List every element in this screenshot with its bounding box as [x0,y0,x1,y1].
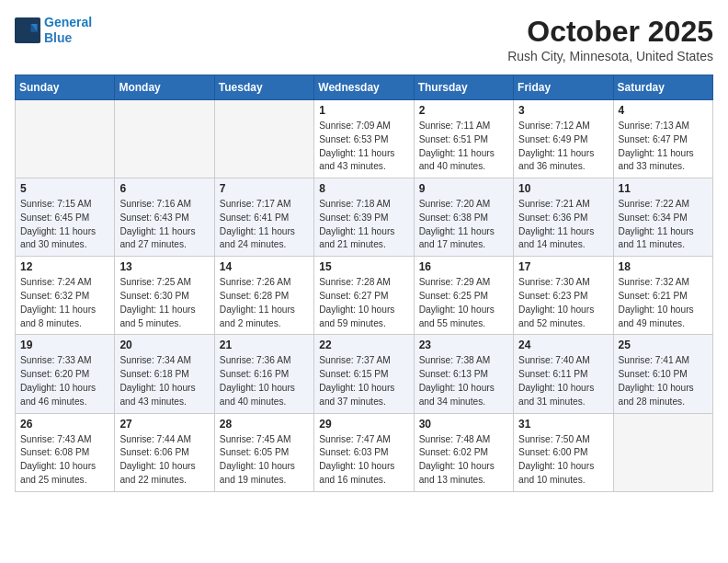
day-number: 3 [518,104,608,117]
location: Rush City, Minnesota, United States [507,49,713,63]
column-header-thursday: Thursday [414,75,513,100]
day-info: Sunrise: 7:24 AMSunset: 6:32 PMDaylight:… [20,276,109,330]
calendar-cell: 12Sunrise: 7:24 AMSunset: 6:32 PMDayligh… [16,257,115,335]
month-title: October 2025 [507,15,713,49]
calendar-cell: 5Sunrise: 7:15 AMSunset: 6:45 PMDaylight… [16,178,115,257]
day-info: Sunrise: 7:30 AMSunset: 6:23 PMDaylight:… [518,276,608,330]
title-block: October 2025 Rush City, Minnesota, Unite… [507,15,713,63]
day-info: Sunrise: 7:45 AMSunset: 6:05 PMDaylight:… [220,433,309,488]
calendar-cell: 2Sunrise: 7:11 AMSunset: 6:51 PMDaylight… [414,100,513,178]
calendar-cell [115,100,214,178]
day-info: Sunrise: 7:12 AMSunset: 6:49 PMDaylight:… [518,120,608,174]
day-info: Sunrise: 7:22 AMSunset: 6:34 PMDaylight:… [619,198,708,252]
logo-icon [15,17,40,43]
calendar-cell: 3Sunrise: 7:12 AMSunset: 6:49 PMDaylight… [514,100,613,178]
day-info: Sunrise: 7:25 AMSunset: 6:30 PMDaylight:… [119,276,209,330]
calendar-cell [613,413,712,491]
calendar-cell: 20Sunrise: 7:34 AMSunset: 6:18 PMDayligh… [115,335,214,413]
calendar-week-row: 26Sunrise: 7:43 AMSunset: 6:08 PMDayligh… [16,413,713,491]
day-number: 31 [518,418,608,431]
calendar-cell: 29Sunrise: 7:47 AMSunset: 6:03 PMDayligh… [314,413,414,491]
day-number: 19 [20,339,109,351]
day-number: 8 [319,182,408,195]
day-info: Sunrise: 7:26 AMSunset: 6:28 PMDaylight:… [220,276,309,330]
logo-text: General Blue [44,15,92,46]
calendar-cell: 28Sunrise: 7:45 AMSunset: 6:05 PMDayligh… [214,413,313,491]
day-number: 5 [20,182,109,195]
day-info: Sunrise: 7:15 AMSunset: 6:45 PMDaylight:… [20,198,109,252]
calendar-cell: 24Sunrise: 7:40 AMSunset: 6:11 PMDayligh… [514,335,613,413]
calendar-cell: 19Sunrise: 7:33 AMSunset: 6:20 PMDayligh… [16,335,115,413]
day-info: Sunrise: 7:36 AMSunset: 6:16 PMDaylight:… [220,354,309,408]
day-number: 27 [119,418,209,431]
day-info: Sunrise: 7:18 AMSunset: 6:39 PMDaylight:… [319,198,408,252]
day-number: 29 [319,418,408,431]
day-info: Sunrise: 7:40 AMSunset: 6:11 PMDaylight:… [518,354,608,408]
day-info: Sunrise: 7:32 AMSunset: 6:21 PMDaylight:… [619,276,708,330]
day-info: Sunrise: 7:16 AMSunset: 6:43 PMDaylight:… [119,198,209,252]
day-number: 12 [20,260,109,273]
calendar-cell: 26Sunrise: 7:43 AMSunset: 6:08 PMDayligh… [16,413,115,491]
day-info: Sunrise: 7:33 AMSunset: 6:20 PMDaylight:… [20,354,109,408]
day-number: 9 [419,182,508,195]
calendar-cell: 13Sunrise: 7:25 AMSunset: 6:30 PMDayligh… [115,257,214,335]
calendar-header-row: SundayMondayTuesdayWednesdayThursdayFrid… [16,75,713,100]
column-header-monday: Monday [115,75,214,100]
day-info: Sunrise: 7:48 AMSunset: 6:02 PMDaylight:… [419,433,508,488]
day-info: Sunrise: 7:29 AMSunset: 6:25 PMDaylight:… [419,276,508,330]
day-info: Sunrise: 7:21 AMSunset: 6:36 PMDaylight:… [518,198,608,252]
day-info: Sunrise: 7:37 AMSunset: 6:15 PMDaylight:… [319,354,408,408]
day-number: 2 [419,104,508,117]
column-header-friday: Friday [514,75,613,100]
day-number: 4 [619,104,708,117]
calendar-cell: 25Sunrise: 7:41 AMSunset: 6:10 PMDayligh… [613,335,712,413]
calendar-cell: 16Sunrise: 7:29 AMSunset: 6:25 PMDayligh… [414,257,513,335]
calendar-cell: 27Sunrise: 7:44 AMSunset: 6:06 PMDayligh… [115,413,214,491]
calendar-cell: 17Sunrise: 7:30 AMSunset: 6:23 PMDayligh… [514,257,613,335]
logo-line2: Blue [44,30,72,45]
calendar-cell: 7Sunrise: 7:17 AMSunset: 6:41 PMDaylight… [214,178,313,257]
day-number: 17 [518,260,608,273]
logo-line1: General [44,15,92,29]
day-info: Sunrise: 7:38 AMSunset: 6:13 PMDaylight:… [419,354,508,408]
column-header-sunday: Sunday [16,75,115,100]
page-header: General Blue October 2025 Rush City, Min… [15,15,713,63]
calendar-cell: 23Sunrise: 7:38 AMSunset: 6:13 PMDayligh… [414,335,513,413]
day-number: 18 [619,260,708,273]
calendar-cell: 14Sunrise: 7:26 AMSunset: 6:28 PMDayligh… [214,257,313,335]
calendar-week-row: 1Sunrise: 7:09 AMSunset: 6:53 PMDaylight… [16,100,713,178]
day-number: 15 [319,260,408,273]
day-info: Sunrise: 7:13 AMSunset: 6:47 PMDaylight:… [619,120,708,174]
calendar-cell: 31Sunrise: 7:50 AMSunset: 6:00 PMDayligh… [514,413,613,491]
day-number: 25 [619,339,708,351]
day-number: 6 [119,182,209,195]
column-header-wednesday: Wednesday [314,75,414,100]
calendar: SundayMondayTuesdayWednesdayThursdayFrid… [15,75,713,492]
day-number: 26 [20,418,109,431]
day-number: 14 [220,260,309,273]
day-number: 30 [419,418,508,431]
day-info: Sunrise: 7:44 AMSunset: 6:06 PMDaylight:… [119,433,209,488]
calendar-cell: 15Sunrise: 7:28 AMSunset: 6:27 PMDayligh… [314,257,414,335]
day-info: Sunrise: 7:17 AMSunset: 6:41 PMDaylight:… [220,198,309,252]
calendar-cell: 22Sunrise: 7:37 AMSunset: 6:15 PMDayligh… [314,335,414,413]
day-number: 7 [220,182,309,195]
day-info: Sunrise: 7:11 AMSunset: 6:51 PMDaylight:… [419,120,508,174]
day-number: 28 [220,418,309,431]
day-number: 22 [319,339,408,351]
day-info: Sunrise: 7:47 AMSunset: 6:03 PMDaylight:… [319,433,408,488]
calendar-cell: 9Sunrise: 7:20 AMSunset: 6:38 PMDaylight… [414,178,513,257]
day-info: Sunrise: 7:20 AMSunset: 6:38 PMDaylight:… [419,198,508,252]
day-info: Sunrise: 7:28 AMSunset: 6:27 PMDaylight:… [319,276,408,330]
calendar-week-row: 5Sunrise: 7:15 AMSunset: 6:45 PMDaylight… [16,178,713,257]
calendar-cell: 30Sunrise: 7:48 AMSunset: 6:02 PMDayligh… [414,413,513,491]
column-header-saturday: Saturday [613,75,712,100]
day-number: 24 [518,339,608,351]
calendar-cell [214,100,313,178]
day-number: 16 [419,260,508,273]
day-number: 21 [220,339,309,351]
day-number: 13 [119,260,209,273]
day-number: 11 [619,182,708,195]
day-info: Sunrise: 7:41 AMSunset: 6:10 PMDaylight:… [619,354,708,408]
calendar-cell: 1Sunrise: 7:09 AMSunset: 6:53 PMDaylight… [314,100,414,178]
